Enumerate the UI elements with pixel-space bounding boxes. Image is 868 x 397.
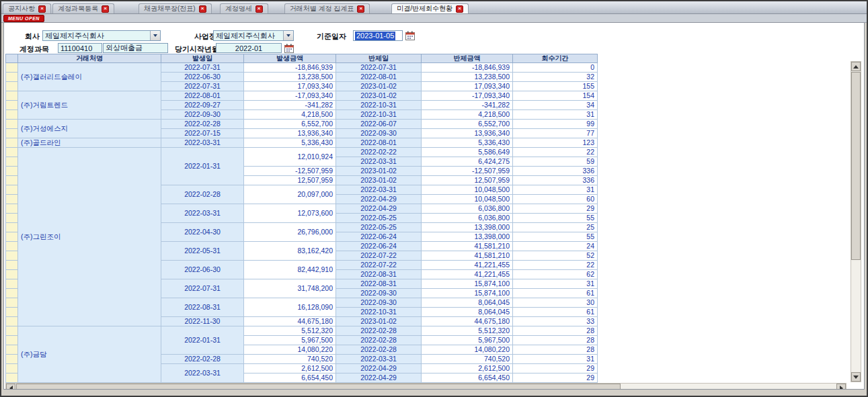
cell-period[interactable]: 22 [513,148,598,157]
period-start-input[interactable] [216,43,282,53]
row-selector[interactable] [6,242,18,251]
cell-settle-amount[interactable]: 740,520 [422,355,513,364]
company-select[interactable]: 제일제지주식회사 [42,30,161,41]
cell-period[interactable]: 31 [513,279,598,289]
cell-settle-amount[interactable]: -341,282 [422,101,513,110]
cell-occur-date[interactable]: 2022-01-31 [161,326,244,355]
tab-account-register[interactable]: 계정과목등록 × [52,3,114,13]
chevron-down-icon[interactable] [283,31,293,40]
cell-settle-date[interactable]: 2022-06-07 [336,120,422,129]
cell-period[interactable]: 154 [513,91,598,101]
cell-period[interactable]: 32 [513,73,598,82]
cell-settle-amount[interactable]: 41,581,210 [422,251,513,261]
cell-settle-date[interactable]: 2023-01-02 [336,176,422,185]
cell-settle-date[interactable]: 2022-06-24 [336,232,422,242]
cell-occur-amount[interactable]: 31,748,200 [244,279,336,298]
row-selector[interactable] [6,373,18,383]
cell-occur-date[interactable]: 2022-06-30 [161,261,244,279]
cell-occur-amount[interactable]: 12,073,600 [244,204,336,223]
cell-period[interactable]: 55 [513,232,598,242]
cell-occur-amount[interactable]: 5,967,500 [244,336,336,345]
cell-settle-amount[interactable]: 41,221,455 [422,270,513,279]
cell-customer[interactable]: (주)그린조이 [18,148,161,326]
cell-settle-amount[interactable]: 13,398,000 [422,223,513,232]
cell-period[interactable]: 29 [513,204,598,214]
cell-settle-date[interactable]: 2022-04-29 [336,373,422,383]
cell-occur-date[interactable]: 2022-09-30 [161,110,244,120]
row-selector[interactable] [6,251,18,261]
cell-settle-date[interactable]: 2022-08-31 [336,270,422,279]
cell-settle-date[interactable]: 2022-07-22 [336,251,422,261]
cell-settle-amount[interactable]: 13,936,340 [422,129,513,138]
cell-settle-date[interactable]: 2022-09-30 [336,129,422,138]
cell-period[interactable]: 99 [513,120,598,129]
cell-occur-date[interactable]: 2022-01-31 [161,148,244,185]
cell-settle-date[interactable]: 2023-01-02 [336,167,422,176]
horizontal-scroll-thumb[interactable] [16,384,621,390]
vertical-scroll-thumb[interactable] [851,72,861,260]
cell-occur-amount[interactable]: 44,675,180 [244,317,336,326]
cell-settle-date[interactable]: 2022-02-28 [336,326,422,336]
cell-settle-date[interactable]: 2022-09-30 [336,298,422,308]
cell-period[interactable]: 59 [513,157,598,167]
cell-settle-amount[interactable]: -17,093,340 [422,91,513,101]
tab-notice[interactable]: 공지사항 × [3,3,51,13]
cell-customer[interactable]: (주)거성에스지 [18,120,161,138]
cell-settle-amount[interactable]: 8,064,045 [422,298,513,308]
cell-settle-amount[interactable]: 13,398,000 [422,232,513,242]
column-header[interactable]: 회수기간 [513,54,598,63]
cell-settle-date[interactable]: 2023-01-02 [336,82,422,91]
row-selector[interactable] [6,364,18,373]
cell-occur-date[interactable]: 2022-11-30 [161,317,244,326]
cell-settle-date[interactable]: 2022-03-31 [336,355,422,364]
cell-period[interactable]: 25 [513,223,598,232]
cell-period[interactable]: 62 [513,270,598,279]
cell-settle-date[interactable]: 2022-04-29 [336,195,422,204]
cell-settle-amount[interactable]: -18,846,939 [422,63,513,73]
row-selector[interactable] [6,73,18,82]
cell-settle-date[interactable]: 2022-08-31 [336,279,422,289]
cell-occur-date[interactable]: 2022-08-01 [161,91,244,101]
cell-settle-date[interactable]: 2022-04-29 [336,204,422,214]
row-selector[interactable] [6,176,18,185]
close-tab-icon[interactable]: × [255,5,263,13]
site-select[interactable]: 제일제지주식회사 [213,30,294,41]
row-selector[interactable] [6,204,18,214]
horizontal-scrollbar[interactable] [5,383,846,390]
cell-occur-amount[interactable]: -18,846,939 [244,63,336,73]
cell-period[interactable]: 29 [513,364,598,373]
cell-occur-amount[interactable]: 17,093,340 [244,82,336,91]
cell-occur-amount[interactable]: 12,010,924 [244,148,336,167]
cell-settle-date[interactable]: 2022-10-31 [336,101,422,110]
row-selector[interactable] [6,185,18,195]
cell-occur-date[interactable]: 2022-02-28 [161,355,244,364]
cell-settle-amount[interactable]: 15,874,100 [422,289,513,298]
cell-occur-date[interactable]: 2022-02-28 [161,120,244,129]
cell-settle-date[interactable]: 2023-01-02 [336,91,422,101]
cell-settle-date[interactable]: 2022-07-31 [336,63,422,73]
cell-period[interactable]: 61 [513,308,598,317]
scroll-up-icon[interactable] [851,62,861,71]
tab-account-detail[interactable]: 계정명세 × [220,3,268,13]
cell-period[interactable]: 60 [513,195,598,204]
cell-occur-amount[interactable]: 740,520 [244,355,336,364]
cell-occur-amount[interactable]: 5,512,320 [244,326,336,336]
row-selector[interactable] [6,223,18,232]
cell-occur-date[interactable]: 2022-04-30 [161,223,244,242]
cell-customer[interactable]: (주)금담 [18,326,161,383]
column-header[interactable]: 발생일 [161,54,244,63]
cell-settle-amount[interactable]: 14,080,220 [422,345,513,355]
row-selector[interactable] [6,120,18,129]
cell-settle-date[interactable]: 2022-09-30 [336,289,422,298]
menu-open-button[interactable]: MENU OPEN [3,15,44,22]
cell-period[interactable]: 28 [513,326,598,336]
cell-period[interactable]: 22 [513,261,598,270]
cell-settle-amount[interactable]: 13,238,500 [422,73,513,82]
cell-occur-date[interactable]: 2022-03-31 [161,204,244,223]
scroll-left-icon[interactable] [6,384,15,390]
cell-occur-date[interactable]: 2022-07-31 [161,82,244,91]
row-selector[interactable] [6,345,18,355]
row-selector[interactable] [6,167,18,176]
column-header[interactable]: 발생금액 [244,54,336,63]
cell-period[interactable]: 61 [513,289,598,298]
